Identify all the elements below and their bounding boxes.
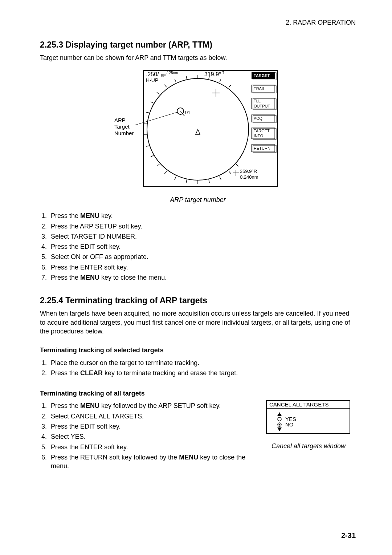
svg-marker-25: [196, 129, 200, 134]
range-sub: .125nm: [166, 71, 178, 75]
arp-label-3: Number: [114, 130, 134, 136]
softkey-tll: TLL: [254, 99, 261, 103]
cancel-title: CANCEL ALL TARGETS: [269, 401, 328, 408]
arp-label-1: ARP: [114, 117, 126, 123]
step: Press the EDIT soft key.: [49, 421, 250, 432]
hup-label: H-UP: [146, 77, 158, 83]
svg-line-22: [220, 177, 221, 180]
svg-line-11: [146, 112, 150, 113]
svg-line-32: [135, 112, 177, 125]
svg-line-4: [220, 79, 221, 82]
step: Press the CLEAR key to terminate trackin…: [49, 368, 356, 378]
steps-2253: Press the MENU key. Press the ARP SETUP …: [41, 211, 356, 283]
svg-line-18: [175, 177, 176, 180]
radar-svg: 01 .250/ SP .125nm H-UP 319.9° T ARP Tar…: [114, 68, 281, 191]
svg-line-7: [175, 79, 176, 82]
step: Press the EDIT soft key.: [49, 242, 356, 252]
step: Press the ENTER soft key.: [49, 262, 356, 272]
step: Press the MENU key to close the menu.: [49, 272, 356, 283]
page-header: 2. RADAR OPERATION: [40, 18, 356, 27]
svg-line-14: [146, 146, 150, 146]
step: Press the ARP SETUP soft key.: [49, 221, 356, 231]
softkey-targetinfo-2: INFO: [254, 134, 264, 138]
svg-line-16: [157, 164, 159, 166]
cancel-caption: Cancel all targets window: [261, 442, 356, 450]
cancel-box-svg: CANCEL ALL TARGETS YES NO: [265, 399, 352, 436]
triangle-down-icon: [277, 428, 282, 431]
svg-line-19: [186, 179, 187, 183]
figure-caption-1: ARP target number: [40, 195, 356, 204]
subheading-all: Terminating tracking of all targets: [40, 389, 145, 398]
radar-figure: 01 .250/ SP .125nm H-UP 319.9° T ARP Tar…: [40, 68, 356, 193]
step: Select YES.: [49, 432, 250, 442]
bearing-suf: T: [222, 71, 224, 75]
step: Select ON or OFF as appropriate.: [49, 252, 356, 262]
subheading-selected: Terminating tracking of selected targets: [40, 346, 164, 355]
steps-selected: Place the cursor on the target to termin…: [41, 358, 356, 378]
section-intro-2: When ten targets have been acquired, no …: [40, 309, 356, 336]
radio-selected-dot-icon: [279, 424, 281, 426]
cancel-box-figure: CANCEL ALL TARGETS YES NO Cancel all tar…: [261, 399, 356, 450]
cursor-rng: 0.240nm: [240, 174, 258, 180]
section-heading-2253: 2.25.3 Displaying target number (ARP, TT…: [40, 39, 356, 50]
softkey-output: OUTPUT: [254, 104, 270, 108]
softkey-target: TARGET: [254, 73, 270, 78]
triangle-up-icon: [277, 412, 282, 416]
step: Select TARGET ID NUMBER.: [49, 231, 356, 242]
option-no: NO: [285, 421, 294, 428]
svg-line-5: [229, 85, 231, 87]
step: Press the MENU key followed by the ARP S…: [49, 401, 250, 411]
softkey-acq: ACQ: [254, 116, 262, 121]
svg-point-26: [177, 108, 184, 114]
page-number: 2-31: [341, 531, 356, 540]
softkey-return: RETURN: [254, 146, 270, 150]
section-heading-2254: 2.25.4 Terminating tracking of ARP targe…: [40, 295, 356, 306]
svg-line-10: [151, 102, 154, 103]
svg-line-8: [164, 85, 167, 87]
softkey-targetinfo-1: TARGET: [254, 129, 270, 133]
svg-line-9: [157, 92, 159, 94]
bearing: 319.9°: [204, 71, 221, 77]
svg-line-24: [236, 164, 238, 166]
svg-line-21: [209, 179, 209, 183]
arp-label-2: Target: [114, 123, 130, 130]
step: Press the ENTER soft key.: [49, 442, 250, 452]
svg-line-15: [151, 155, 154, 157]
svg-line-6: [186, 76, 187, 79]
svg-line-17: [164, 171, 167, 174]
section-intro: Target number can be shown for ARP and T…: [40, 53, 356, 62]
step: Place the cursor on the target to termin…: [49, 358, 356, 368]
step: Press the MENU key.: [49, 211, 356, 221]
range-main: .250/: [146, 71, 159, 77]
svg-line-23: [229, 171, 231, 174]
radio-unselected-icon: [278, 417, 281, 421]
step: Press the RETURN soft key followed by th…: [49, 452, 250, 471]
steps-all: Press the MENU key followed by the ARP S…: [41, 401, 250, 471]
target-number: 01: [185, 110, 190, 115]
cursor-brg: 359.9°R: [240, 169, 257, 174]
step: Select CANCEL ALL TARGETS.: [49, 411, 250, 421]
softkey-trail: TRAIL: [254, 86, 265, 91]
range-sp: SP: [161, 74, 166, 78]
